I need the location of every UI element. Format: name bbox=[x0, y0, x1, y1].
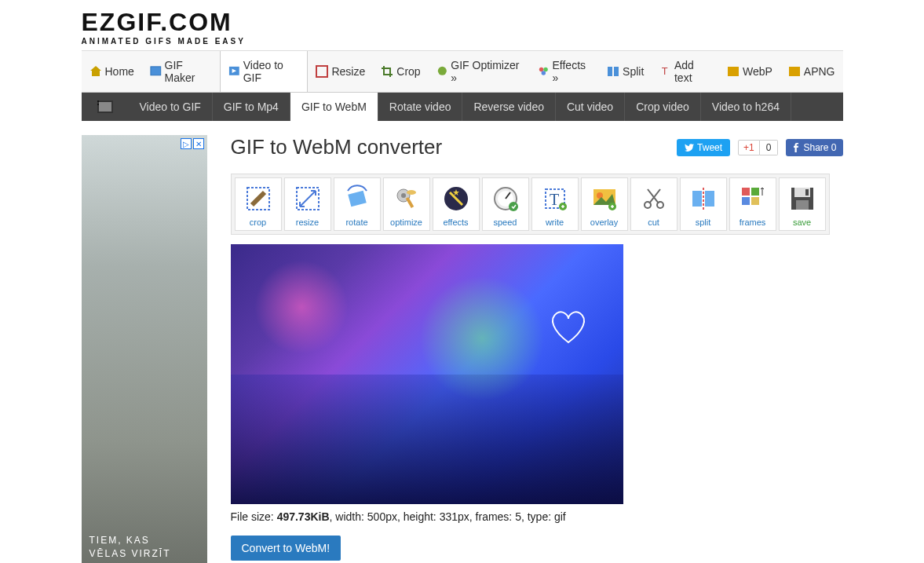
logo[interactable]: EZGIF.COM ANIMATED GIFS MADE EASY bbox=[82, 8, 843, 46]
subnav-label: Crop video bbox=[636, 101, 689, 113]
main-content: GIF to WebM converter Tweet +1 0 Share 0 bbox=[231, 135, 843, 563]
gplus-button[interactable]: +1 0 bbox=[738, 140, 778, 155]
tool-speed[interactable]: speed bbox=[482, 177, 529, 231]
effects-icon bbox=[538, 65, 550, 78]
nav-label: Effects » bbox=[552, 59, 591, 84]
nav-webp[interactable]: WebP bbox=[719, 51, 780, 92]
nav-crop[interactable]: Crop bbox=[373, 51, 428, 92]
sidebar-ad[interactable]: ▷ ✕ TIEM, KAS VĒLAS VIRZĪT bbox=[82, 135, 207, 563]
svg-rect-0 bbox=[151, 67, 161, 75]
tool-resize[interactable]: resize bbox=[284, 177, 331, 231]
nav-label: GIF Optimizer » bbox=[451, 59, 522, 84]
effects-icon bbox=[440, 183, 472, 214]
tweet-button[interactable]: Tweet bbox=[677, 139, 730, 156]
logo-main: EZGIF.COM bbox=[82, 8, 843, 37]
resize-icon bbox=[292, 183, 323, 214]
logo-tagline: ANIMATED GIFS MADE EASY bbox=[82, 37, 843, 46]
tool-bar: crop resize rotate optimize effects spee… bbox=[231, 174, 830, 235]
svg-rect-11 bbox=[789, 67, 800, 76]
nav-effects[interactable]: Effects » bbox=[530, 51, 599, 92]
ad-line: VĒLAS VIRZĪT bbox=[89, 547, 199, 561]
nav-label: GIF Maker bbox=[165, 59, 213, 84]
svg-point-6 bbox=[541, 71, 545, 75]
fb-label: Share 0 bbox=[803, 142, 836, 153]
tool-write[interactable]: Twrite bbox=[531, 177, 579, 231]
nav-gif-maker[interactable]: GIF Maker bbox=[142, 51, 220, 92]
tool-overlay[interactable]: overlay bbox=[581, 177, 628, 231]
tool-label: optimize bbox=[385, 218, 428, 227]
twitter-icon bbox=[685, 143, 694, 152]
gplus-count: 0 bbox=[760, 140, 779, 155]
secondary-nav: Video to GIF GIF to Mp4 GIF to WebM Rota… bbox=[82, 93, 843, 121]
tool-frames[interactable]: frames bbox=[729, 177, 776, 231]
nav-optimizer[interactable]: GIF Optimizer » bbox=[429, 51, 530, 92]
svg-rect-14 bbox=[97, 101, 99, 102]
file-size-value: 497.73KiB bbox=[277, 510, 330, 523]
tool-label: overlay bbox=[583, 218, 626, 227]
subnav-gif-to-mp4[interactable]: GIF to Mp4 bbox=[213, 93, 290, 121]
heart-icon bbox=[545, 307, 592, 346]
tool-save[interactable]: save bbox=[779, 177, 826, 231]
nav-split[interactable]: Split bbox=[599, 51, 652, 92]
tool-cut[interactable]: cut bbox=[630, 177, 677, 231]
tweet-label: Tweet bbox=[697, 142, 722, 153]
tool-label: write bbox=[534, 218, 576, 227]
subnav-label: Rotate video bbox=[389, 101, 451, 113]
tool-effects[interactable]: effects bbox=[433, 177, 480, 231]
svg-rect-2 bbox=[316, 66, 327, 77]
svg-rect-18 bbox=[348, 191, 366, 207]
svg-rect-13 bbox=[99, 102, 111, 112]
speed-icon bbox=[490, 183, 521, 214]
ad-info-icon[interactable]: ▷ bbox=[181, 138, 192, 149]
nav-label: WebP bbox=[743, 65, 772, 78]
gplus-label: +1 bbox=[738, 140, 760, 155]
svg-rect-8 bbox=[614, 67, 619, 76]
tool-optimize[interactable]: optimize bbox=[383, 177, 430, 231]
subnav-label: Video to GIF bbox=[140, 101, 201, 113]
subnav-rotate[interactable]: Rotate video bbox=[378, 93, 463, 121]
file-dims: , width: 500px, height: 331px, frames: 5… bbox=[330, 510, 566, 523]
subnav-video-to-gif[interactable]: Video to GIF bbox=[129, 93, 213, 121]
tool-label: crop bbox=[237, 218, 279, 227]
file-info: File size: 497.73KiB, width: 500px, heig… bbox=[231, 510, 843, 523]
subnav-h264[interactable]: Video to h264 bbox=[701, 93, 791, 121]
social-buttons: Tweet +1 0 Share 0 bbox=[677, 139, 842, 156]
ad-text: TIEM, KAS VĒLAS VIRZĪT bbox=[89, 534, 199, 561]
maker-icon bbox=[150, 65, 162, 78]
nav-video-to-gif[interactable]: Video to GIF bbox=[220, 51, 308, 92]
svg-rect-43 bbox=[796, 200, 809, 210]
svg-rect-37 bbox=[742, 188, 750, 196]
subnav-reverse[interactable]: Reverse video bbox=[462, 93, 556, 121]
nav-resize[interactable]: Resize bbox=[308, 51, 373, 92]
nav-apng[interactable]: APNG bbox=[780, 51, 843, 92]
apng-icon bbox=[788, 65, 801, 78]
tool-crop[interactable]: crop bbox=[235, 177, 282, 231]
svg-rect-35 bbox=[692, 191, 702, 207]
svg-point-26 bbox=[509, 202, 518, 211]
fb-share-button[interactable]: Share 0 bbox=[786, 139, 842, 156]
svg-rect-38 bbox=[751, 188, 759, 196]
tool-rotate[interactable]: rotate bbox=[334, 177, 381, 231]
nav-label: APNG bbox=[804, 65, 835, 78]
svg-rect-39 bbox=[742, 197, 750, 205]
svg-rect-36 bbox=[705, 191, 714, 207]
subnav-gif-to-webm[interactable]: GIF to WebM bbox=[290, 93, 378, 121]
tool-split[interactable]: split bbox=[680, 177, 727, 231]
subnav-crop[interactable]: Crop video bbox=[625, 93, 701, 121]
frames-icon bbox=[737, 183, 769, 214]
nav-label: Resize bbox=[331, 65, 365, 78]
svg-rect-40 bbox=[751, 197, 759, 205]
rotate-icon bbox=[341, 183, 373, 214]
split-icon bbox=[607, 65, 619, 78]
subnav-cut[interactable]: Cut video bbox=[556, 93, 625, 121]
svg-point-22 bbox=[407, 190, 416, 195]
nav-add-text[interactable]: TAdd text bbox=[652, 51, 719, 92]
subnav-label: GIF to WebM bbox=[301, 101, 367, 113]
cut-icon bbox=[638, 183, 670, 214]
nav-home[interactable]: Home bbox=[82, 51, 142, 92]
optimizer-icon bbox=[436, 65, 448, 78]
crop-icon bbox=[381, 65, 393, 78]
subnav-label: GIF to Mp4 bbox=[224, 101, 279, 113]
convert-button[interactable]: Convert to WebM! bbox=[231, 536, 341, 561]
ad-close-icon[interactable]: ✕ bbox=[193, 138, 204, 149]
